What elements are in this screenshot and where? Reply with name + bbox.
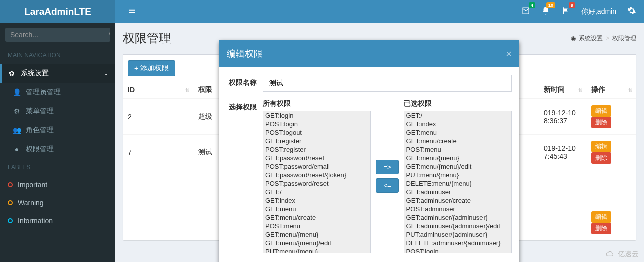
list-item[interactable]: POST:login <box>404 247 511 253</box>
list-item[interactable]: GET:password/reset/{token} <box>263 171 370 179</box>
list-item[interactable]: PUT:menu/{menu} <box>263 247 370 253</box>
sidebar-search <box>0 23 115 47</box>
mail-badge: 4 <box>529 2 535 9</box>
flag-icon[interactable]: 9 <box>561 6 570 17</box>
label-text: Information <box>18 217 53 225</box>
list-item[interactable]: GET:adminuser/{adminuser}/edit <box>404 222 511 230</box>
all-permissions-list[interactable]: GET:loginPOST:loginPOST:logoutGET:regist… <box>263 111 371 253</box>
select-label: 选择权限 <box>227 99 257 112</box>
bars-icon <box>128 7 136 15</box>
label-information[interactable]: Information <box>0 212 115 230</box>
list-item[interactable]: GET:menu/create <box>404 137 511 145</box>
list-item[interactable]: GET:index <box>404 120 511 128</box>
list-item[interactable]: GET:menu <box>263 205 370 213</box>
list-item[interactable]: GET:password/reset <box>263 154 370 162</box>
search-button[interactable] <box>103 28 110 42</box>
list-item[interactable]: POST:menu <box>404 145 511 154</box>
plus-icon: + <box>134 64 138 72</box>
list-item[interactable]: POST:logout <box>263 128 370 137</box>
move-left-button[interactable]: <= <box>376 178 398 193</box>
breadcrumb-home[interactable]: 系统设置 <box>579 34 603 43</box>
dot-blue-icon <box>8 218 13 223</box>
list-item[interactable]: POST:register <box>263 145 370 154</box>
mail-icon[interactable]: 4 <box>521 6 530 17</box>
search-input[interactable] <box>5 28 103 42</box>
list-item[interactable]: GET:index <box>263 196 370 205</box>
list-item[interactable]: PUT:adminuser/{adminuser} <box>404 230 511 239</box>
edit-button[interactable]: 编辑 <box>591 105 611 117</box>
sidebar-item-role[interactable]: 👥 角色管理 <box>0 121 115 140</box>
list-item[interactable]: PUT:menu/{menu} <box>404 171 511 179</box>
edit-permission-modal: 编辑权限 × 权限名称 选择权限 所有权限 GET:loginPOST:logi… <box>219 40 519 262</box>
delete-button[interactable]: 删除 <box>591 223 611 234</box>
selected-permissions-list[interactable]: GET:/GET:indexGET:menuGET:menu/createPOS… <box>404 111 512 253</box>
sidebar-toggle[interactable] <box>123 7 141 17</box>
list-controls: => <= <box>376 99 398 253</box>
sidebar-item-label: 角色管理 <box>26 126 54 135</box>
list-item[interactable]: GET:/ <box>263 188 370 196</box>
list-item[interactable]: POST:menu <box>263 222 370 230</box>
sort-icon: ⇅ <box>628 88 632 92</box>
cog-icon: ⚙ <box>13 107 21 115</box>
add-permission-button[interactable]: + 添加权限 <box>128 60 175 76</box>
user-greeting[interactable]: 你好,admin <box>581 7 616 16</box>
cell-action: 编辑删除 <box>586 99 636 135</box>
list-item[interactable]: GET:adminuser/{adminuser} <box>404 213 511 222</box>
list-item[interactable]: POST:password/reset <box>263 179 370 188</box>
delete-button[interactable]: 删除 <box>591 117 611 128</box>
watermark: 亿速云 <box>605 250 639 259</box>
form-row-name: 权限名称 <box>227 75 512 92</box>
list-item[interactable]: GET:login <box>263 111 370 120</box>
sidebar-item-label: 系统设置 <box>21 69 49 78</box>
list-item[interactable]: GET:menu/{menu} <box>404 154 511 162</box>
edit-button[interactable]: 编辑 <box>591 211 611 223</box>
logo[interactable]: LaraAdminLTE <box>0 0 115 23</box>
label-important[interactable]: Important <box>0 176 115 194</box>
main-header: LaraAdminLTE 4 10 9 你好,admin <box>0 0 644 23</box>
col-id[interactable]: ID⇅ <box>123 81 193 99</box>
labels-menu: Important Warning Information <box>0 176 115 230</box>
move-right-button[interactable]: => <box>376 160 398 174</box>
sidebar-item-label: 管理员管理 <box>26 88 61 97</box>
selected-permissions-col: 已选权限 GET:/GET:indexGET:menuGET:menu/crea… <box>404 99 512 253</box>
bell-icon[interactable]: 10 <box>541 6 550 17</box>
list-item[interactable]: GET:menu/{menu}/edit <box>404 162 511 171</box>
list-item[interactable]: GET:adminuser <box>404 188 511 196</box>
cell-action: 编辑删除 <box>586 135 636 170</box>
list-item[interactable]: GET:menu/create <box>263 213 370 222</box>
list-item[interactable]: GET:register <box>263 137 370 145</box>
dual-list: 所有权限 GET:loginPOST:loginPOST:logoutGET:r… <box>263 99 512 253</box>
close-icon[interactable]: × <box>506 48 512 60</box>
settings-icon[interactable] <box>627 6 636 17</box>
modal-title: 编辑权限 <box>227 48 263 60</box>
all-permissions-col: 所有权限 GET:loginPOST:loginPOST:logoutGET:r… <box>263 99 371 253</box>
modal-body: 权限名称 选择权限 所有权限 GET:loginPOST:loginPOST:l… <box>219 67 519 262</box>
label-warning[interactable]: Warning <box>0 194 115 212</box>
navbar: 4 10 9 你好,admin <box>115 0 644 23</box>
col-action[interactable]: 操作⇅ <box>586 81 636 99</box>
sidebar-item-permission[interactable]: ● 权限管理 <box>0 140 115 159</box>
list-item[interactable]: POST:login <box>263 120 370 128</box>
edit-button[interactable]: 编辑 <box>591 141 611 152</box>
dot-red-icon <box>8 182 13 187</box>
cell-id: 7 <box>123 135 193 170</box>
delete-button[interactable]: 删除 <box>591 152 611 164</box>
sort-icon: ⇅ <box>578 88 582 92</box>
list-item[interactable]: POST:adminuser <box>404 205 511 213</box>
permission-name-input[interactable] <box>263 75 512 92</box>
list-item[interactable]: GET:menu/{menu} <box>263 230 370 239</box>
dashboard-icon: ◉ <box>571 35 576 42</box>
sidebar-item-admin[interactable]: 👤 管理员管理 <box>0 83 115 102</box>
sidebar-item-system[interactable]: ✿ 系统设置 ⌄ <box>0 64 115 83</box>
list-item[interactable]: POST:password/email <box>263 162 370 171</box>
list-item[interactable]: DELETE:adminuser/{adminuser} <box>404 239 511 247</box>
all-title: 所有权限 <box>263 99 371 108</box>
list-item[interactable]: GET:menu/{menu}/edit <box>263 239 370 247</box>
list-item[interactable]: GET:menu <box>404 128 511 137</box>
sidebar-item-menu[interactable]: ⚙ 菜单管理 <box>0 102 115 121</box>
list-item[interactable]: GET:adminuser/create <box>404 196 511 205</box>
list-item[interactable]: GET:/ <box>404 111 511 120</box>
col-time[interactable]: 新时间⇅ <box>539 81 586 99</box>
search-icon <box>109 31 110 38</box>
list-item[interactable]: DELETE:menu/{menu} <box>404 179 511 188</box>
